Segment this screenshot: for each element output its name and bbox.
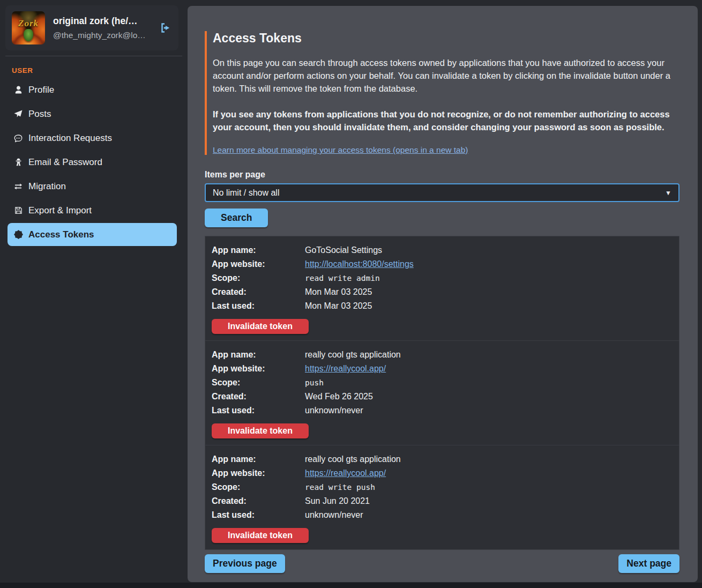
- created-value: Sun Jun 20 2021: [305, 496, 673, 506]
- invalidate-token-button[interactable]: Invalidate token: [212, 319, 309, 334]
- created-label: Created:: [212, 496, 305, 506]
- sidebar-item-interaction-requests[interactable]: Interaction Requests: [8, 126, 177, 150]
- paper-plane-icon: [13, 109, 24, 120]
- last-used-label: Last used:: [212, 510, 305, 520]
- user-handle: @the_mighty_zork@lo…: [53, 31, 148, 40]
- sidebar-item-label: Access Tokens: [28, 229, 94, 240]
- sidebar-item-profile[interactable]: Profile: [8, 78, 177, 102]
- token-entry: App name: really cool gts application Ap…: [205, 341, 679, 445]
- scope-label: Scope:: [212, 273, 305, 283]
- chevron-down-icon: ▼: [665, 189, 671, 197]
- warning-text: If you see any tokens from applications …: [213, 108, 679, 133]
- token-list: App name: GoToSocial Settings App websit…: [205, 236, 679, 550]
- scope-value: read write admin: [305, 274, 673, 282]
- items-per-page-value: No limit / show all: [213, 188, 279, 198]
- avatar-art-text: Zork: [12, 18, 45, 29]
- floppy-disk-icon: [13, 205, 24, 216]
- user-icon: [13, 85, 24, 95]
- certificate-seal-icon: [13, 229, 24, 240]
- app-website-label: App website:: [212, 364, 305, 374]
- last-used-value: unknown/never: [305, 510, 673, 520]
- created-value: Wed Feb 26 2025: [305, 392, 673, 401]
- sidebar-item-label: Export & Import: [28, 205, 92, 216]
- sidebar: Zork original zork (he/… @the_mighty_zor…: [0, 0, 188, 583]
- app-name-value: really cool gts application: [305, 350, 673, 360]
- app-website-link[interactable]: http://localhost:8080/settings: [305, 259, 414, 269]
- page-title: Access Tokens: [213, 31, 679, 46]
- logout-icon[interactable]: [159, 21, 172, 34]
- created-value: Mon Mar 03 2025: [305, 287, 673, 297]
- comment-dots-icon: [13, 133, 24, 144]
- app-root: Zork original zork (he/… @the_mighty_zor…: [0, 0, 702, 583]
- scope-value: push: [305, 378, 673, 387]
- sidebar-item-label: Email & Password: [28, 157, 102, 168]
- token-fields: App name: really cool gts application Ap…: [212, 452, 673, 522]
- sidebar-item-migration[interactable]: Migration: [8, 174, 177, 198]
- created-label: Created:: [212, 287, 305, 297]
- invalidate-token-button[interactable]: Invalidate token: [212, 423, 309, 438]
- sidebar-item-label: Posts: [28, 109, 51, 120]
- pagination: Previous page Next page: [205, 554, 679, 573]
- last-used-label: Last used:: [212, 301, 305, 311]
- avatar: Zork: [12, 11, 45, 44]
- invalidate-token-button[interactable]: Invalidate token: [212, 528, 309, 543]
- app-name-label: App name:: [212, 455, 305, 464]
- app-name-label: App name:: [212, 245, 305, 255]
- items-per-page-select[interactable]: No limit / show all ▼: [205, 183, 679, 202]
- last-used-value: Mon Mar 03 2025: [305, 301, 673, 311]
- sidebar-item-email-password[interactable]: Email & Password: [8, 150, 177, 174]
- sidebar-item-label: Migration: [28, 181, 66, 192]
- app-name-value: GoToSocial Settings: [305, 245, 673, 255]
- search-form: Items per page No limit / show all ▼ Sea…: [205, 170, 679, 227]
- sidebar-item-access-tokens[interactable]: Access Tokens: [8, 223, 177, 246]
- app-website-link[interactable]: https://reallycool.app/: [305, 364, 386, 373]
- sidebar-item-export-import[interactable]: Export & Import: [8, 198, 177, 222]
- sidebar-nav: Profile Posts: [5, 78, 182, 246]
- token-fields: App name: GoToSocial Settings App websit…: [212, 243, 673, 313]
- user-secret-icon: [13, 157, 24, 168]
- search-button[interactable]: Search: [205, 209, 268, 227]
- user-card[interactable]: Zork original zork (he/… @the_mighty_zor…: [5, 5, 178, 50]
- main-panel: Access Tokens On this page you can searc…: [188, 6, 698, 582]
- page-header: Access Tokens On this page you can searc…: [205, 31, 679, 155]
- items-per-page-label: Items per page: [205, 170, 679, 180]
- app-name-label: App name:: [212, 350, 305, 360]
- exchange-arrows-icon: [13, 181, 24, 192]
- app-website-label: App website:: [212, 468, 305, 478]
- token-fields: App name: really cool gts application Ap…: [212, 348, 673, 418]
- scope-label: Scope:: [212, 378, 305, 388]
- scope-label: Scope:: [212, 482, 305, 492]
- app-name-value: really cool gts application: [305, 455, 673, 464]
- sidebar-item-posts[interactable]: Posts: [8, 102, 177, 126]
- token-entry: App name: GoToSocial Settings App websit…: [205, 236, 679, 341]
- display-name: original zork (he/…: [53, 16, 148, 27]
- app-website-link[interactable]: https://reallycool.app/: [305, 468, 386, 478]
- learn-more-link[interactable]: Learn more about managing your access to…: [213, 145, 468, 154]
- scope-value: read write push: [305, 483, 673, 492]
- app-website-label: App website:: [212, 259, 305, 269]
- previous-page-button[interactable]: Previous page: [205, 554, 285, 573]
- intro-text: On this page you can search through acce…: [213, 56, 679, 95]
- created-label: Created:: [212, 392, 305, 401]
- sidebar-divider: [5, 56, 182, 56]
- token-entry: App name: really cool gts application Ap…: [205, 445, 679, 549]
- last-used-label: Last used:: [212, 406, 305, 415]
- sidebar-item-label: Profile: [28, 85, 54, 95]
- sidebar-section-label: USER: [12, 66, 182, 75]
- next-page-button[interactable]: Next page: [618, 554, 679, 573]
- user-meta: original zork (he/… @the_mighty_zork@lo…: [53, 16, 148, 40]
- sidebar-item-label: Interaction Requests: [28, 133, 112, 144]
- avatar-art-creature: [24, 29, 33, 41]
- last-used-value: unknown/never: [305, 406, 673, 415]
